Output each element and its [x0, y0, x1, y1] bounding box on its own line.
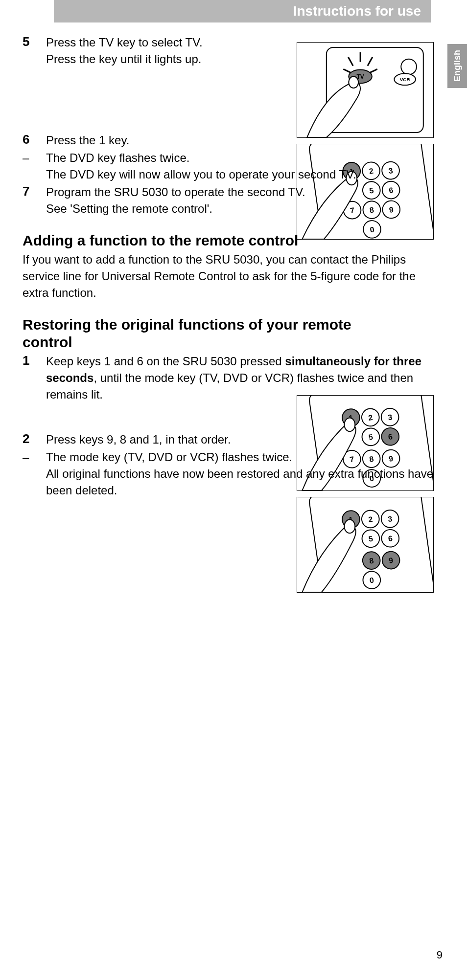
restore-step-2-dash: – The mode key (TV, DVD or VCR) flashes … [23, 449, 434, 499]
restore-step-num-1: 1 [23, 353, 46, 368]
page-number: 9 [437, 949, 443, 961]
heading-restoring: Restoring the original functions of your… [23, 316, 355, 351]
illustration-keys-981: 1 2 3 5 6 8 9 0 [297, 497, 434, 593]
step-6-dash-line2: The DVD key will now allow you to operat… [46, 166, 434, 183]
restore-step-1-post: , until the mode key (TV, DVD or VCR) fl… [46, 371, 413, 401]
step-7-body: Program the SRU 5030 to operate the seco… [46, 184, 434, 217]
restore-step-1-pre: Keep keys 1 and 6 on the SRU 5030 presse… [46, 355, 285, 368]
dash-mark-restore-2: – [23, 449, 46, 466]
step-6-dash-line1: The DVD key flashes twice. [46, 150, 434, 166]
dash-mark-6: – [23, 150, 46, 166]
language-label: English [452, 50, 463, 82]
step-6-line1: Press the 1 key. [46, 132, 434, 149]
step-5-body: Press the TV key to select TV. Press the… [46, 34, 434, 67]
content-area: 5 Press the TV key to select TV. Press t… [23, 34, 434, 500]
restore-step-2-dash-line2: All original functions have now been res… [46, 466, 434, 499]
heading-adding-function: Adding a function to the remote control [23, 232, 434, 249]
step-6-dash-body: The DVD key flashes twice. The DVD key w… [46, 150, 434, 183]
svg-point-69 [344, 520, 355, 534]
step-7-line2: See 'Setting the remote control'. [46, 200, 434, 217]
restore-step-1: 1 Keep keys 1 and 6 on the SRU 5030 pres… [23, 353, 434, 403]
step-7: 7 Program the SRU 5030 to operate the se… [23, 184, 434, 217]
step-6-dash: – The DVD key flashes twice. The DVD key… [23, 150, 434, 183]
para-adding-function: If you want to add a function to the SRU… [23, 251, 434, 301]
header-title: Instructions for use [293, 3, 421, 19]
step-num-6: 6 [23, 132, 46, 147]
step-7-line1: Program the SRU 5030 to operate the seco… [46, 184, 434, 200]
step-num-5: 5 [23, 34, 46, 49]
restore-step-2-line1: Press keys 9, 8 and 1, in that order. [46, 431, 434, 448]
restore-step-num-2: 2 [23, 431, 46, 446]
step-5-line2: Press the key until it lights up. [46, 51, 434, 67]
step-5: 5 Press the TV key to select TV. Press t… [23, 34, 434, 67]
restore-step-2-dash-line1: The mode key (TV, DVD or VCR) flashes tw… [46, 449, 434, 466]
step-6: 6 Press the 1 key. [23, 132, 434, 149]
language-tab: English [447, 44, 467, 88]
restore-step-1-body: Keep keys 1 and 6 on the SRU 5030 presse… [46, 353, 434, 403]
header-bar: Instructions for use [54, 0, 431, 22]
page: Instructions for use English TV VCR 1 [0, 0, 467, 980]
restore-step-2: 2 Press keys 9, 8 and 1, in that order. [23, 431, 434, 448]
step-5-line1: Press the TV key to select TV. [46, 34, 434, 51]
step-num-7: 7 [23, 184, 46, 199]
restore-step-2-dash-body: The mode key (TV, DVD or VCR) flashes tw… [46, 449, 434, 499]
